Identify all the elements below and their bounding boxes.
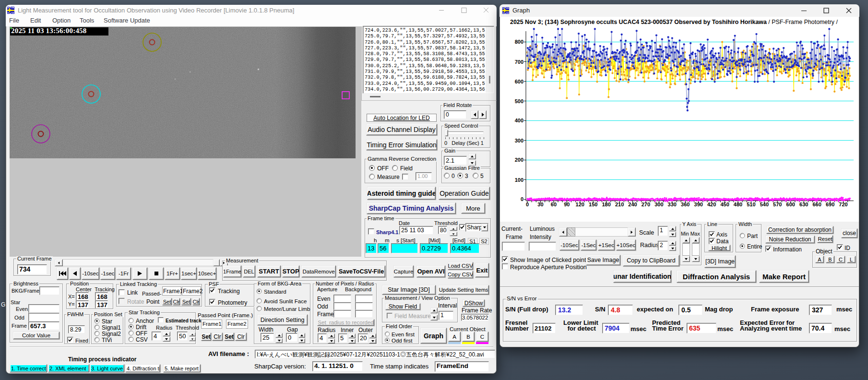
svg-text:100: 100 [515, 177, 523, 183]
svg-text:700: 700 [515, 59, 523, 65]
svg-text:400: 400 [515, 118, 523, 123]
svg-text:600: 600 [515, 79, 523, 84]
svg-text:300: 300 [515, 138, 523, 143]
svg-text:500: 500 [515, 98, 523, 104]
svg-text:800: 800 [515, 39, 523, 45]
svg-text:0: 0 [521, 196, 523, 202]
svg-text:200: 200 [515, 157, 523, 163]
